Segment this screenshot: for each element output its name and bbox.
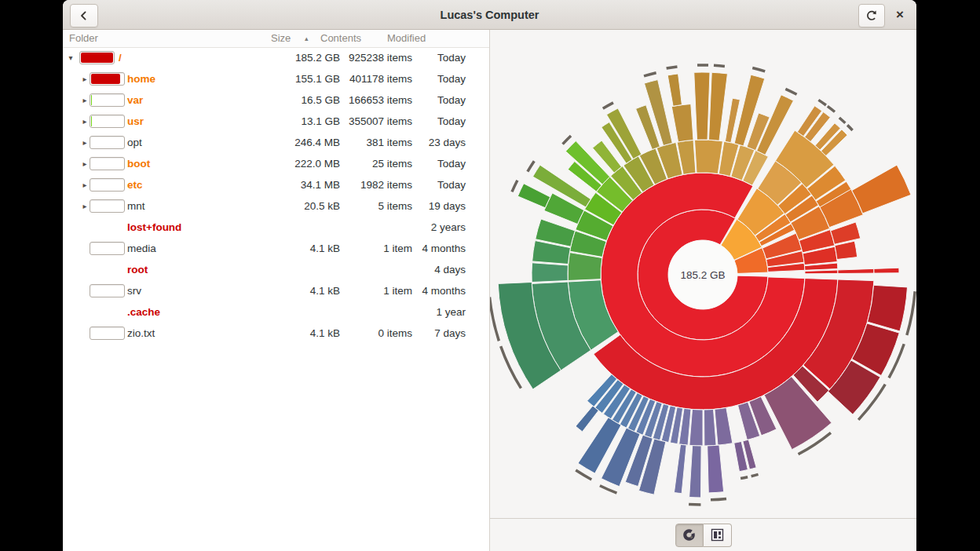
table-row--cache[interactable]: .cache1 year [63,301,489,323]
table-row-mnt[interactable]: ▸mnt20.5 kB5 items19 days [63,195,489,217]
chart-more-indicator [576,470,591,480]
chart-panel: 185.2 GB [490,30,916,551]
chart-center-label: 185.2 GB [680,269,725,281]
usage-bar [90,157,125,170]
chart-more-indicator [490,297,499,341]
expander-icon[interactable]: ▸ [80,111,90,132]
chart-segment[interactable] [674,444,686,494]
size-value: 34.1 MB [301,174,340,195]
titlebar: Lucas's Computer × [63,0,916,30]
chart-segment[interactable] [695,140,723,173]
back-button[interactable] [70,4,98,27]
folder-name: lost+found [127,217,181,238]
usage-bar [90,327,125,340]
rings-view-button[interactable] [675,524,704,547]
chart-more-indicator [751,474,759,476]
chart-segment[interactable] [805,270,838,274]
chart-more-indicator [752,68,765,71]
usage-bar [90,178,125,192]
sort-indicator-icon: ▴ [305,30,309,47]
chart-segment[interactable] [517,184,550,208]
expander-icon[interactable]: ▸ [80,132,90,153]
expander-icon[interactable]: ▸ [80,68,90,89]
chart-more-indicator [785,89,796,94]
modified-value: Today [437,68,466,89]
close-button[interactable]: × [890,4,910,26]
column-header-modified[interactable]: Modified [387,30,426,47]
contents-value: 1982 items [360,174,412,195]
chart-segment[interactable] [689,446,701,498]
rings-chart[interactable]: 185.2 GB [490,30,916,519]
expander-icon[interactable]: ▸ [80,153,90,174]
usage-bar [90,72,125,86]
chart-segment[interactable] [671,104,693,142]
expander-icon[interactable]: ▸ [80,195,90,217]
chart-segment[interactable] [667,74,682,106]
folder-name: media [127,238,156,259]
chart-segment[interactable] [868,285,908,331]
chart-segment[interactable] [715,407,733,445]
chart-segment[interactable] [704,409,717,446]
window-title: Lucas's Computer [63,0,916,30]
table-row-root[interactable]: root4 days [63,259,489,280]
usage-bar [90,115,125,128]
column-header-folder[interactable]: Folder [69,30,98,47]
size-value: 4.1 kB [310,238,340,259]
size-value: 185.2 GB [295,47,340,68]
chart-more-indicator [563,136,571,144]
size-value: 20.5 kB [304,195,340,217]
contents-value: 925238 items [349,47,412,68]
expander-icon[interactable]: ▸ [80,174,90,195]
folder-name: var [127,89,143,111]
expander-icon[interactable]: ▾ [66,47,75,68]
expander-icon[interactable]: ▸ [80,89,90,111]
usage-bar [90,242,125,255]
treemap-view-button[interactable] [704,524,732,547]
modified-value: Today [437,47,466,68]
modified-value: Today [437,174,466,195]
modified-value: 4 months [422,280,466,301]
chart-more-indicator [907,291,915,335]
chart-segment[interactable] [694,72,710,140]
chart-more-indicator [818,100,826,105]
chart-segment[interactable] [852,165,911,213]
column-header-size[interactable]: Size [271,30,291,47]
contents-value: 401178 items [349,68,412,89]
table-row-etc[interactable]: ▸etc34.1 MB1982 itemsToday [63,174,489,195]
chart-segment[interactable] [689,409,703,446]
chart-more-indicator [512,181,517,192]
folder-name: boot [127,153,150,174]
chart-segment[interactable] [576,406,598,432]
table-row-srv[interactable]: srv4.1 kB1 item4 months [63,280,489,301]
modified-value: 19 days [429,195,466,217]
usage-bar [90,284,125,297]
chart-segment[interactable] [708,445,724,493]
size-value: 222.0 MB [294,153,340,174]
folder-tree: ▾/185.2 GB925238 itemsToday▸home155.1 GB… [63,47,489,551]
table-row-zio-txt[interactable]: zio.txt4.1 kB0 items7 days [63,323,489,344]
chart-more-indicator [644,73,656,76]
table-row-var[interactable]: ▸var16.5 GB166653 itemsToday [63,89,489,111]
table-row-usr[interactable]: ▸usr13.1 GB355007 itemsToday [63,111,489,132]
usage-bar [90,93,125,107]
table-row-lost-found[interactable]: lost+found2 years [63,217,489,238]
refresh-button[interactable] [858,4,885,27]
contents-value: 25 items [372,153,412,174]
usage-bar [90,199,125,213]
chart-segment[interactable] [568,253,602,281]
chart-segment[interactable] [709,72,728,140]
modified-value: Today [437,153,466,174]
table-row-media[interactable]: media4.1 kB1 item4 months [63,238,489,259]
table-row-boot[interactable]: ▸boot222.0 MB25 itemsToday [63,153,489,174]
chevron-left-icon [78,9,90,22]
modified-value: 7 days [434,323,466,344]
table-row-opt[interactable]: ▸opt246.4 MB381 items23 days [63,132,489,153]
table-row--[interactable]: ▾/185.2 GB925238 itemsToday [63,47,489,68]
chart-more-indicator [714,65,725,66]
column-header-contents[interactable]: Contents [320,30,361,47]
contents-value: 1 item [383,280,412,301]
chart-segment[interactable] [838,268,874,273]
table-row-home[interactable]: ▸home155.1 GB401178 itemsToday [63,68,489,89]
chart-segment[interactable] [874,268,899,273]
chart-segment[interactable] [532,263,568,283]
